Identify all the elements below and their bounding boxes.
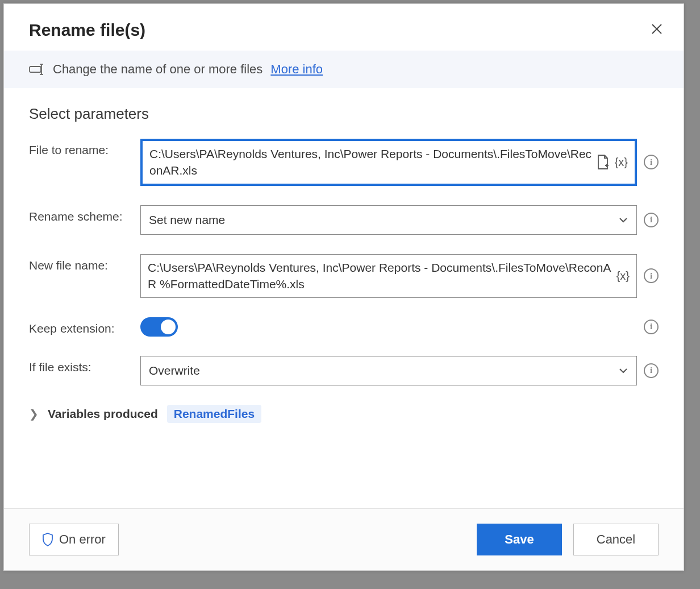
select-if-file-exists[interactable]: Overwrite — [140, 356, 637, 385]
toggle-keep-extension[interactable] — [140, 317, 178, 337]
shield-icon — [42, 533, 53, 546]
variable-chip[interactable]: RenamedFiles — [167, 405, 261, 423]
cancel-label: Cancel — [597, 532, 635, 547]
close-icon — [651, 23, 663, 35]
row-rename-scheme: Rename scheme: Set new name i — [29, 205, 659, 235]
variable-picker-icon[interactable]: {x} — [616, 269, 630, 283]
description-text: Change the name of one or more files — [53, 62, 262, 77]
dialog-body: Select parameters File to rename: C:\Use… — [4, 88, 684, 508]
chevron-down-icon — [618, 366, 628, 376]
variable-picker-icon[interactable]: {x} — [615, 156, 628, 169]
chevron-right-icon: ❯ — [29, 407, 39, 421]
input-new-file-name[interactable]: C:\Users\PA\Reynolds Ventures, Inc\Power… — [140, 254, 637, 298]
more-info-link[interactable]: More info — [270, 62, 323, 77]
info-icon[interactable]: i — [644, 213, 659, 227]
info-icon[interactable]: i — [644, 268, 659, 283]
select-rename-scheme[interactable]: Set new name — [140, 205, 637, 235]
info-icon[interactable]: i — [644, 320, 659, 334]
on-error-button[interactable]: On error — [29, 524, 119, 555]
label-if-file-exists: If file exists: — [29, 356, 131, 374]
on-error-label: On error — [59, 532, 106, 547]
label-rename-scheme: Rename scheme: — [29, 205, 131, 223]
label-keep-extension: Keep extension: — [29, 317, 131, 335]
rename-files-dialog: Rename file(s) Change the name of one or… — [3, 3, 684, 571]
variables-produced-label: Variables produced — [48, 407, 158, 421]
save-label: Save — [505, 532, 534, 547]
cancel-button[interactable]: Cancel — [573, 524, 659, 555]
input-file-to-rename[interactable]: C:\Users\PA\Reynolds Ventures, Inc\Power… — [140, 139, 637, 186]
chevron-down-icon — [618, 215, 628, 225]
row-file-to-rename: File to rename: C:\Users\PA\Reynolds Ven… — [29, 139, 659, 186]
svg-rect-2 — [30, 67, 41, 72]
dialog-footer: On error Save Cancel — [4, 508, 684, 570]
rename-icon — [29, 63, 45, 76]
row-new-file-name: New file name: C:\Users\PA\Reynolds Vent… — [29, 254, 659, 298]
toggle-knob — [161, 320, 176, 334]
value-if-file-exists: Overwrite — [149, 364, 200, 378]
section-title: Select parameters — [29, 105, 659, 123]
value-new-file-name: C:\Users\PA\Reynolds Ventures, Inc\Power… — [148, 259, 612, 293]
value-rename-scheme: Set new name — [149, 213, 225, 227]
file-picker-icon[interactable] — [597, 155, 609, 169]
label-file-to-rename: File to rename: — [29, 139, 131, 157]
row-keep-extension: Keep extension: i — [29, 317, 659, 337]
variables-produced-row[interactable]: ❯ Variables produced RenamedFiles — [29, 405, 659, 423]
dialog-title: Rename file(s) — [29, 20, 145, 40]
value-file-to-rename: C:\Users\PA\Reynolds Ventures, Inc\Power… — [149, 146, 592, 179]
label-new-file-name: New file name: — [29, 254, 131, 272]
save-button[interactable]: Save — [477, 524, 562, 555]
row-if-file-exists: If file exists: Overwrite i — [29, 356, 659, 385]
info-icon[interactable]: i — [644, 363, 659, 378]
dialog-header: Rename file(s) — [4, 4, 684, 51]
description-bar: Change the name of one or more files Mor… — [4, 51, 684, 88]
info-icon[interactable]: i — [644, 155, 659, 169]
close-button[interactable] — [646, 20, 668, 40]
